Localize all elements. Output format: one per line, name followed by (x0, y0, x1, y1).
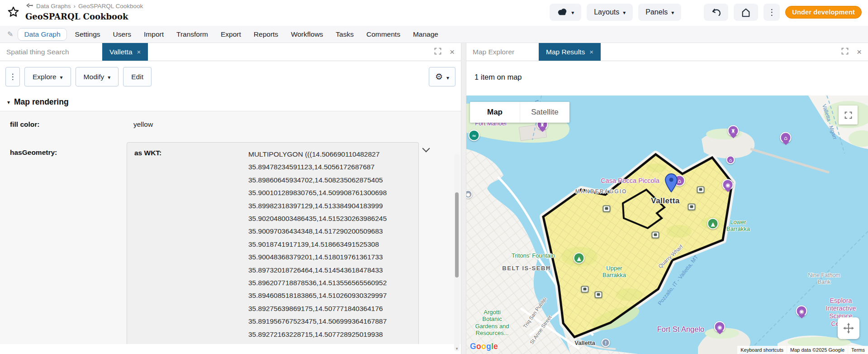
app-window: Data Graphs › GeoSPARQL Cookbook GeoSPAR… (0, 0, 868, 354)
bus-stop-icon[interactable] (603, 206, 611, 212)
breadcrumb-root[interactable]: Data Graphs (36, 3, 71, 10)
main-navbar: ✎ Data GraphSettingsUsersImportTransform… (0, 26, 868, 43)
toolbar-kebab-button[interactable]: ⋮ (5, 67, 20, 86)
fort-st-angelo-icon[interactable]: ◉ (714, 321, 726, 333)
bus-stop-icon[interactable] (652, 232, 659, 239)
breadcrumb-separator: › (74, 3, 76, 10)
pencil-icon[interactable]: ✎ (7, 30, 13, 38)
nav-tab-workflows[interactable]: Workflows (285, 29, 329, 40)
properties-area: fill color: yellow hasGeometry: as WKT: … (0, 111, 461, 344)
tab-valletta[interactable]: Valletta × (102, 43, 148, 61)
close-icon[interactable]: × (589, 48, 593, 56)
nav-tab-tasks[interactable]: Tasks (329, 29, 360, 40)
caret-down-icon (446, 72, 449, 82)
ferry-icon[interactable]: ≈ (469, 130, 480, 141)
wkt-line: 35.90097036434348,14.517290200509683 (248, 225, 417, 238)
vertical-scrollbar[interactable]: ▾ (454, 154, 460, 351)
nav-tab-comments[interactable]: Comments (360, 29, 407, 40)
map-status-text: 1 item on map (466, 61, 868, 96)
panels-button[interactable]: Panels (638, 4, 681, 21)
scrollbar-thumb[interactable] (455, 192, 459, 277)
panels-label: Panels (645, 8, 668, 16)
nav-tab-manage[interactable]: Manage (407, 29, 445, 40)
home-button[interactable] (734, 4, 758, 21)
close-panel-icon[interactable]: × (450, 48, 455, 56)
layouts-button[interactable]: Layouts (587, 4, 633, 21)
gear-icon: ⚙ (435, 72, 443, 82)
nav-tab-transform[interactable]: Transform (170, 29, 214, 40)
nav-tab-data-graph[interactable]: Data Graph (18, 28, 66, 41)
app-header: Data Graphs › GeoSPARQL Cookbook GeoSPAR… (0, 0, 868, 26)
esplora-icon[interactable]: ◉ (796, 306, 807, 317)
tab-spatial-thing-search[interactable]: Spatial thing Search (0, 43, 102, 61)
map-rendering-section-header[interactable]: ▾ Map rendering (0, 92, 461, 111)
left-toolbar: ⋮ Explore Modify Edit ⚙ (0, 61, 461, 92)
google-logo[interactable]: Google (470, 342, 498, 351)
expand-panel-icon[interactable] (434, 48, 441, 57)
spatial-search-panel: Spatial thing Search Valletta × × ⋮ (0, 43, 461, 354)
wkt-line: 35.900101289830765,14.509908761300698 (248, 187, 417, 199)
map-canvas[interactable]: Fort ManoelMANDERAGGIOCasa Rocca Piccola… (466, 96, 868, 354)
settings-gear-button[interactable]: ⚙ (429, 67, 455, 86)
nav-tab-reports[interactable]: Reports (247, 29, 285, 40)
map-pan-button[interactable] (838, 317, 859, 339)
esplora-glyph: ◉ (799, 308, 804, 314)
castle-icon[interactable]: ♜ (728, 125, 739, 137)
waterfront-icon[interactable]: ◉ (722, 179, 734, 191)
caret-down-icon (571, 8, 574, 16)
tab-map-results[interactable]: Map Results × (539, 43, 601, 61)
nav-tab-users[interactable]: Users (107, 29, 138, 40)
breadcrumb-current[interactable]: GeoSPARQL Cookbook (78, 3, 143, 10)
cloud-menu-button[interactable] (550, 4, 581, 21)
tab-map-explorer[interactable]: Map Explorer (466, 43, 539, 61)
tree-glyph: ▲ (577, 255, 581, 261)
scrollbar-down-arrow-icon[interactable]: ▾ (454, 346, 460, 351)
church-icon[interactable]: † (602, 339, 610, 347)
close-panel-icon[interactable]: × (857, 48, 862, 56)
point-glyph: ⌂ (784, 135, 787, 140)
harbor-icon[interactable]: ⌂ (726, 156, 735, 164)
caret-down-icon (671, 8, 674, 16)
wkt-line: MULTIPOLYGON (((14.506690110482827 (248, 148, 417, 161)
terms-link[interactable]: Terms (848, 346, 868, 354)
bus-stop-icon[interactable] (697, 187, 705, 193)
garden-icon[interactable]: ▲ (707, 218, 719, 230)
garden-glyph: ▲ (711, 221, 715, 226)
panel-splitter[interactable] (461, 43, 466, 354)
bus-stop-icon[interactable] (595, 292, 602, 298)
satellite-view-button[interactable]: Satellite (520, 102, 569, 123)
favorite-star-icon[interactable] (7, 6, 19, 20)
tree-icon[interactable]: ▲ (574, 253, 585, 264)
close-icon[interactable]: × (137, 48, 141, 56)
cloud-icon (557, 8, 568, 17)
undo-button[interactable] (704, 4, 728, 21)
waterfront-glyph: ◉ (726, 182, 730, 187)
bus-stop-icon[interactable] (688, 204, 696, 210)
undo-icon (711, 8, 721, 17)
wkt-box: as WKT: MULTIPOLYGON (((14.5066901104828… (127, 142, 419, 344)
graph-icon (25, 2, 33, 10)
explore-button[interactable]: Explore (24, 67, 71, 86)
kebab-icon: ⋮ (768, 7, 776, 17)
nav-tab-import[interactable]: Import (138, 29, 170, 40)
edit-button[interactable]: Edit (123, 67, 152, 86)
expand-panel-icon[interactable] (841, 48, 849, 57)
nav-tab-export[interactable]: Export (214, 29, 247, 40)
bus-stop-icon[interactable] (581, 286, 589, 293)
nav-tab-settings[interactable]: Settings (69, 29, 107, 40)
wkt-line: 35.89275639869175,14.507771840364176 (248, 302, 417, 315)
edit-label: Edit (131, 73, 143, 81)
point-icon[interactable]: ⌂ (780, 132, 792, 144)
map-marker-icon[interactable] (665, 173, 678, 194)
map-view-button[interactable]: Map (470, 102, 520, 123)
more-options-button[interactable]: ⋮ (764, 4, 780, 21)
wkt-label: as WKT: (134, 149, 161, 157)
right-panel-tabs: Map Explorer Map Results × × (466, 43, 868, 61)
map-fullscreen-button[interactable] (839, 105, 858, 124)
chevron-down-icon[interactable] (422, 145, 430, 153)
modify-button[interactable]: Modify (76, 67, 119, 86)
keyboard-shortcuts-link[interactable]: Keyboard shortcuts (737, 346, 787, 354)
wkt-line: 35.89860645934702,14.508235062875405 (248, 174, 417, 187)
layouts-label: Layouts (594, 8, 619, 16)
map-attribution: Keyboard shortcuts Map data ©2025 Google… (737, 346, 868, 354)
